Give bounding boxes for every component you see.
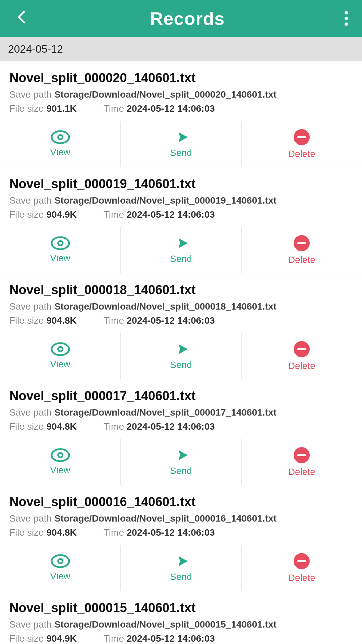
delete-button[interactable]: Delete — [242, 333, 362, 379]
view-label: View — [50, 147, 70, 158]
record-filename: Novel_split_000015_140601.txt — [9, 601, 353, 615]
record-savepath: Save path Storage/Download/Novel_split_0… — [9, 407, 353, 418]
record-meta: File size 904.8K Time 2024-05-12 14:06:0… — [9, 315, 353, 326]
send-button[interactable]: Send — [121, 121, 241, 167]
send-label: Send — [170, 148, 192, 158]
delete-label: Delete — [288, 573, 315, 583]
records-list: Novel_split_000020_140601.txt Save path … — [0, 61, 362, 644]
delete-button[interactable]: Delete — [242, 227, 362, 273]
delete-button[interactable]: Delete — [242, 545, 362, 591]
record-item: Novel_split_000020_140601.txt Save path … — [0, 61, 362, 167]
delete-label: Delete — [288, 361, 315, 371]
send-button[interactable]: Send — [121, 545, 241, 591]
record-item: Novel_split_000015_140601.txt Save path … — [0, 591, 362, 644]
record-savepath: Save path Storage/Download/Novel_split_0… — [9, 195, 353, 206]
record-actions: View Send Delete — [0, 439, 362, 485]
record-item: Novel_split_000017_140601.txt Save path … — [0, 379, 362, 485]
record-filesize: File size 901.1K — [9, 103, 77, 114]
record-time: Time 2024-05-12 14:06:03 — [104, 315, 215, 326]
view-label: View — [50, 359, 70, 370]
view-button[interactable]: View — [0, 333, 121, 379]
send-label: Send — [170, 466, 192, 476]
send-button[interactable]: Send — [121, 333, 241, 379]
record-item: Novel_split_000019_140601.txt Save path … — [0, 167, 362, 273]
record-filename: Novel_split_000020_140601.txt — [9, 71, 353, 85]
send-button[interactable]: Send — [121, 439, 241, 485]
record-meta: File size 904.9K Time 2024-05-12 14:06:0… — [9, 209, 353, 220]
record-time: Time 2024-05-12 14:06:03 — [104, 209, 215, 220]
view-button[interactable]: View — [0, 545, 121, 591]
record-filename: Novel_split_000017_140601.txt — [9, 389, 353, 403]
send-label: Send — [170, 254, 192, 264]
record-meta: File size 901.1K Time 2024-05-12 14:06:0… — [9, 103, 353, 114]
svg-rect-14 — [297, 348, 306, 350]
date-separator: 2024-05-12 — [0, 37, 362, 61]
record-filesize: File size 904.9K — [9, 209, 77, 220]
record-time: Time 2024-05-12 14:06:03 — [104, 527, 215, 538]
record-actions: View Send Delete — [0, 333, 362, 379]
record-item: Novel_split_000016_140601.txt Save path … — [0, 485, 362, 591]
svg-point-7 — [59, 242, 62, 245]
record-savepath: Save path Storage/Download/Novel_split_0… — [9, 619, 353, 630]
record-filesize: File size 904.8K — [9, 315, 77, 326]
record-meta: File size 904.8K Time 2024-05-12 14:06:0… — [9, 421, 353, 432]
record-savepath: Save path Storage/Download/Novel_split_0… — [9, 513, 353, 524]
record-meta: File size 904.8K Time 2024-05-12 14:06:0… — [9, 527, 353, 538]
record-savepath: Save path Storage/Download/Novel_split_0… — [9, 301, 353, 312]
svg-rect-4 — [297, 136, 306, 138]
record-time: Time 2024-05-12 14:06:03 — [104, 103, 215, 114]
svg-point-2 — [59, 136, 62, 139]
record-time: Time 2024-05-12 14:06:03 — [104, 633, 215, 644]
svg-rect-19 — [297, 454, 306, 456]
back-button[interactable] — [11, 6, 34, 31]
delete-button[interactable]: Delete — [242, 121, 362, 167]
record-filesize: File size 904.8K — [9, 421, 77, 432]
delete-label: Delete — [288, 149, 315, 159]
record-filesize: File size 904.8K — [9, 527, 77, 538]
record-filesize: File size 904.9K — [9, 633, 77, 644]
svg-rect-9 — [297, 242, 306, 244]
view-label: View — [50, 465, 70, 476]
view-label: View — [50, 571, 70, 582]
view-button[interactable]: View — [0, 439, 121, 485]
view-button[interactable]: View — [0, 227, 121, 273]
record-actions: View Send Delete — [0, 121, 362, 167]
record-meta: File size 904.9K Time 2024-05-12 14:06:0… — [9, 633, 353, 644]
delete-label: Delete — [288, 255, 315, 265]
send-label: Send — [170, 360, 192, 370]
record-item: Novel_split_000018_140601.txt Save path … — [0, 273, 362, 379]
page-title: Records — [150, 8, 225, 29]
record-filename: Novel_split_000018_140601.txt — [9, 283, 353, 297]
record-time: Time 2024-05-12 14:06:03 — [104, 421, 215, 432]
delete-label: Delete — [288, 467, 315, 477]
record-actions: View Send Delete — [0, 545, 362, 591]
record-actions: View Send Delete — [0, 227, 362, 273]
view-label: View — [50, 253, 70, 264]
svg-rect-24 — [297, 560, 306, 562]
record-filename: Novel_split_000019_140601.txt — [9, 177, 353, 191]
svg-point-22 — [59, 560, 62, 562]
svg-point-12 — [59, 348, 62, 351]
send-button[interactable]: Send — [121, 227, 241, 273]
more-options-button[interactable] — [341, 8, 351, 29]
send-label: Send — [170, 572, 192, 582]
record-savepath: Save path Storage/Download/Novel_split_0… — [9, 89, 353, 100]
view-button[interactable]: View — [0, 121, 121, 167]
delete-button[interactable]: Delete — [242, 439, 362, 485]
record-filename: Novel_split_000016_140601.txt — [9, 495, 353, 509]
svg-point-17 — [59, 454, 62, 457]
app-header: Records — [0, 0, 362, 37]
